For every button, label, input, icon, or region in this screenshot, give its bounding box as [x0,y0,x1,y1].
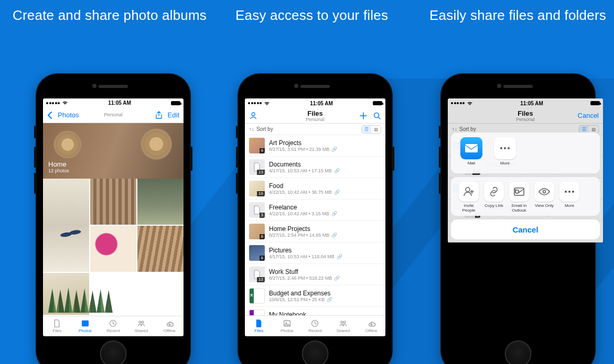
tab-label: Files [254,328,263,333]
sort-icon: ↑↓ [452,126,457,132]
home-button[interactable] [302,340,329,364]
file-list: 9Art Projects8/27/15, 3:51 PM • 21.39 MB… [245,135,385,315]
file-row[interactable]: 3Freelance4/22/15, 10:42 AM • 3.15 MB 🔗 [245,200,385,221]
tab-files[interactable]: Files [43,316,71,336]
tab-bar: FilesPhotosRecentSharedOffline [43,316,184,336]
album-hero[interactable]: Home 12 photos [43,123,184,179]
grid-view-icon[interactable]: ▦ [371,126,381,133]
tab-label: Photos [79,328,92,333]
tab-photos[interactable]: Photos [273,316,301,336]
file-row[interactable]: 8Home Projects8/27/15, 2:54 PM • 14.65 M… [245,221,385,242]
svg-point-3 [139,321,141,323]
nav-edit[interactable]: Edit [168,111,179,119]
profile-icon[interactable] [249,112,257,120]
home-button[interactable] [505,340,532,364]
chevron-left-icon [47,112,52,119]
file-thumb: 8 [249,245,265,261]
screen-files: 11:05 AM Files Personal ↑↓ Sort by ☰ ▦ [245,98,385,336]
share-item-mail[interactable]: Mail [457,137,486,170]
file-name: My Notebook [269,311,381,315]
share-item-label: Mail [468,161,476,170]
nav-back-label: Photos [58,111,79,119]
file-row[interactable]: 9Art Projects8/27/15, 3:51 PM • 21.39 MB… [245,135,385,157]
share-item-view-only[interactable]: View Only [533,182,556,213]
file-row[interactable]: Budget and Expenses10/6/15, 12:51 PM • 2… [245,285,385,307]
svg-rect-12 [465,144,478,152]
file-row[interactable]: 12Work Stuff8/27/15, 2:46 PM • 518.22 MB… [245,264,385,285]
file-meta: 8/27/15, 2:54 PM • 14.65 MB 🔗 [269,233,381,238]
share-item-copy-link[interactable]: Copy Link [482,182,505,213]
file-name: Pictures [269,247,381,254]
file-row[interactable]: My Notebook10/6/15, 12:51 PM • 280 KB 🔗 [245,307,385,315]
caption-2: Easy access to your files [235,7,388,24]
shared-link-icon: 🔗 [334,168,340,173]
list-view-icon[interactable]: ☰ [579,126,589,133]
status-time: 11:05 AM [520,101,543,106]
sort-label: Sort by [256,126,273,132]
nav-back[interactable]: Photos [47,111,79,119]
count-badge: 16 [257,191,265,196]
add-icon[interactable] [359,112,368,120]
tab-label: Shared [337,328,350,333]
tab-photos[interactable]: Photos [71,316,100,336]
tab-label: Recent [106,328,120,333]
nav-bar: Files Personal Cancel [448,108,603,124]
shared-link-icon: 🔗 [334,190,340,195]
battery-icon [171,101,180,105]
tab-offline[interactable]: Offline [155,316,184,336]
tab-recent[interactable]: Recent [301,316,329,336]
count-badge: 13 [257,170,265,175]
file-name: Home Projects [269,225,381,233]
file-meta: 8/27/15, 3:51 PM • 21.39 MB 🔗 [269,147,381,152]
photo-thumbnail[interactable] [137,226,184,272]
file-meta: 10/6/15, 12:51 PM • 25 KB 🔗 [269,297,381,302]
share-item-email-in-outlook[interactable]: Email in Outlook [508,182,531,213]
svg-point-11 [343,321,346,323]
view-toggle[interactable]: ☰ ▦ [361,125,381,134]
tab-files[interactable]: Files [245,316,273,336]
share-item-more[interactable]: More [491,137,519,170]
list-view-icon[interactable]: ☰ [362,126,371,133]
share-item-label: View Only [535,203,554,213]
file-row[interactable]: 13Documents4/17/15, 10:53 AM • 17.15 MB … [245,157,385,178]
file-thumb [249,310,265,315]
svg-point-5 [252,113,255,116]
file-row[interactable]: 8Pictures4/17/15, 10:53 AM • 118.04 MB 🔗 [245,242,385,264]
file-name: Documents [269,161,381,168]
file-row[interactable]: 16Food4/22/15, 10:42 AM • 36.75 MB 🔗 [245,178,385,200]
nav-bar: Files Personal [245,108,385,124]
nav-cancel[interactable]: Cancel [578,112,599,119]
photo-thumbnail[interactable] [90,179,136,225]
file-name: Work Stuff [269,268,381,275]
home-button[interactable] [100,340,127,364]
tab-shared[interactable]: Shared [329,316,358,336]
file-name: Art Projects [269,139,381,147]
shared-link-icon: 🔗 [334,275,340,281]
file-name: Food [269,182,381,190]
share-item-more[interactable]: More [558,182,581,213]
share-cancel-button[interactable]: Cancel [451,219,600,239]
share-icon[interactable] [155,111,163,119]
grid-view-icon[interactable]: ▦ [589,126,598,133]
tab-shared[interactable]: Shared [127,316,156,336]
tab-recent[interactable]: Recent [99,316,127,336]
more-icon [494,137,516,159]
screen-photos: 11:05 AM Photos Personal Edit Home 12 ph… [43,98,184,336]
file-thumb: 16 [249,181,265,196]
share-apps-panel: MailMore [451,133,600,173]
share-sheet: MailMore Invite PeopleCopy LinkEmail in … [451,133,600,239]
file-thumb: 9 [249,138,265,153]
tab-offline[interactable]: Offline [357,316,385,336]
svg-point-22 [572,191,574,193]
photo-thumbnail[interactable] [90,226,136,272]
search-icon[interactable] [373,112,381,120]
photo-thumbnail[interactable] [43,179,89,272]
svg-point-10 [341,321,343,323]
caption-3: Easily share files and folders [429,7,606,24]
photo-thumbnail[interactable] [137,179,184,225]
status-time: 11:05 AM [310,101,333,106]
phone-frame-1: 11:05 AM Photos Personal Edit Home 12 ph… [36,73,191,364]
share-item-invite-people[interactable]: Invite People [457,182,480,213]
sort-bar[interactable]: ↑↓ Sort by ☰ ▦ [245,124,385,135]
count-badge: 9 [260,148,265,153]
